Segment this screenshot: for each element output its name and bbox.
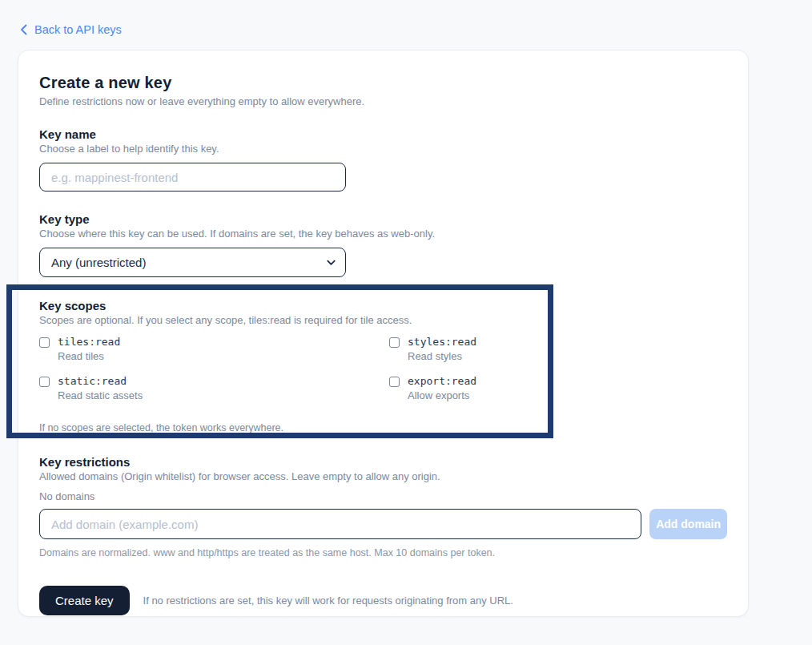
scopes-grid: tiles:read Read tiles styles:read Read s… — [39, 337, 727, 401]
scope-description: Read tiles — [58, 351, 120, 361]
submit-row: Create key If no restrictions are set, t… — [39, 586, 727, 615]
submit-note: If no restrictions are set, this key wil… — [143, 595, 513, 607]
scope-checkbox-tiles-read[interactable] — [39, 337, 50, 348]
scope-item-tiles-read[interactable]: tiles:read Read tiles — [39, 337, 389, 361]
scope-item-styles-read[interactable]: styles:read Read styles — [389, 337, 727, 361]
key-name-label: Key name — [39, 128, 727, 140]
scope-code: tiles:read — [58, 337, 120, 348]
scope-item-export-read[interactable]: export:read Allow exports — [389, 376, 727, 401]
scope-description: Allow exports — [408, 390, 476, 401]
back-link-label: Back to API keys — [34, 23, 122, 36]
key-type-select[interactable]: Any (unrestricted) — [39, 248, 346, 277]
domains-note: Domains are normalized. www and http/htt… — [39, 548, 727, 558]
scope-checkbox-static-read[interactable] — [39, 377, 50, 387]
create-key-button[interactable]: Create key — [39, 586, 130, 615]
key-restrictions-label: Key restrictions — [39, 456, 727, 468]
back-to-api-keys-link[interactable]: Back to API keys — [20, 23, 122, 36]
key-name-input[interactable] — [39, 163, 346, 191]
page-subtitle: Define restrictions now or leave everyth… — [39, 96, 727, 107]
scope-code: styles:read — [408, 337, 476, 348]
chevron-left-icon — [20, 24, 27, 35]
key-restrictions-description: Allowed domains (Origin whitelist) for b… — [39, 471, 727, 482]
add-domain-button[interactable]: Add domain — [649, 509, 727, 539]
key-restrictions-section: Key restrictions Allowed domains (Origin… — [39, 456, 727, 558]
scope-checkbox-styles-read[interactable] — [389, 337, 400, 348]
key-name-section: Key name Choose a label to help identify… — [39, 128, 727, 191]
key-scopes-label: Key scopes — [39, 300, 727, 312]
scope-item-static-read[interactable]: static:read Read static assets — [39, 376, 389, 401]
key-name-description: Choose a label to help identify this key… — [39, 143, 727, 154]
key-type-description: Choose where this key can be used. If do… — [39, 228, 727, 239]
key-type-section: Key type Choose where this key can be us… — [39, 213, 727, 277]
key-type-label: Key type — [39, 213, 727, 225]
scope-description: Read styles — [408, 351, 476, 361]
key-scopes-section: Key scopes Scopes are optional. If you s… — [39, 300, 727, 433]
scopes-note: If no scopes are selected, the token wor… — [39, 423, 727, 433]
add-domain-input[interactable] — [39, 509, 641, 539]
scope-code: export:read — [408, 376, 476, 387]
no-domains-text: No domains — [39, 491, 727, 502]
add-domain-row: Add domain — [39, 509, 727, 539]
scope-code: static:read — [58, 376, 143, 387]
create-key-card: Create a new key Define restrictions now… — [18, 50, 749, 617]
scope-description: Read static assets — [58, 390, 143, 401]
scope-checkbox-export-read[interactable] — [389, 377, 400, 387]
key-scopes-description: Scopes are optional. If you select any s… — [39, 315, 727, 325]
page-title: Create a new key — [39, 75, 727, 91]
